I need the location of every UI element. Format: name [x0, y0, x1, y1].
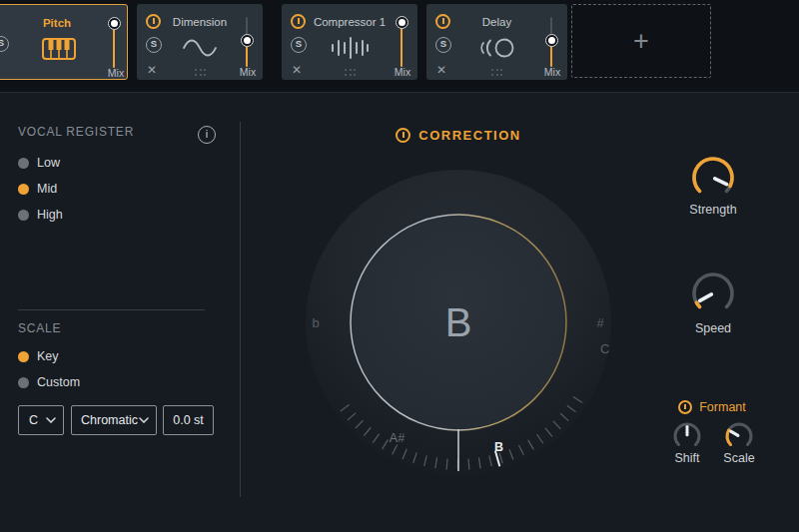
- radio-dot[interactable]: [18, 351, 29, 362]
- mix-label: Mix: [101, 67, 131, 79]
- dial-label-C: C: [600, 340, 609, 355]
- solo-button[interactable]: S: [146, 37, 162, 53]
- radio-high[interactable]: High: [18, 207, 63, 223]
- close-icon[interactable]: ✕: [292, 63, 302, 77]
- speed-knob[interactable]: [690, 270, 736, 320]
- divider: [18, 309, 205, 310]
- strength-label: Strength: [673, 203, 753, 217]
- radio-label: Key: [37, 349, 59, 363]
- drag-handle-icon[interactable]: [489, 68, 504, 77]
- module-chip-dimension[interactable]: Dimension S ✕ Mix: [137, 4, 263, 80]
- solo-button[interactable]: S: [291, 37, 307, 53]
- radio-low[interactable]: Low: [18, 155, 60, 171]
- scale-title: SCALE: [18, 321, 61, 335]
- chevron-down-icon: [46, 417, 63, 423]
- radio-label: Custom: [37, 375, 80, 389]
- dial-label-B: B: [494, 440, 503, 454]
- wave-icon: [182, 38, 218, 58]
- chevron-down-icon: [139, 417, 156, 423]
- radio-dot[interactable]: [18, 210, 29, 221]
- power-icon[interactable]: [678, 400, 692, 414]
- mix-slider[interactable]: [107, 18, 121, 68]
- module-chip-compressor[interactable]: Compressor 1 S ✕ Mix: [282, 4, 417, 80]
- correction-title: CORRECTION: [418, 128, 520, 143]
- key-select[interactable]: C: [18, 405, 64, 435]
- radio-mid[interactable]: Mid: [18, 181, 57, 197]
- mix-slider[interactable]: [395, 17, 408, 67]
- radio-dot[interactable]: [18, 184, 29, 195]
- formant-header: Formant: [652, 400, 772, 414]
- offset-value-box[interactable]: 0.0 st: [163, 405, 214, 435]
- radio-dot[interactable]: [18, 158, 29, 169]
- strength-knob[interactable]: [690, 155, 736, 205]
- radio-label: High: [37, 208, 63, 222]
- dial-label-b: b: [312, 315, 319, 330]
- module-title: Pitch: [25, 17, 89, 29]
- mix-label: Mix: [388, 66, 417, 78]
- radio-label: Mid: [37, 182, 57, 196]
- correction-dial[interactable]: B b#CA#B: [289, 153, 628, 492]
- piano-icon: [42, 38, 76, 60]
- key-select-value: C: [19, 413, 38, 427]
- slider-handle[interactable]: [241, 34, 254, 47]
- drag-handle-icon[interactable]: [343, 68, 358, 77]
- module-chip-delay[interactable]: Delay S ✕ Mix: [426, 4, 567, 80]
- solo-button[interactable]: S: [0, 36, 9, 52]
- formant-title: Formant: [699, 400, 746, 414]
- plus-icon: +: [633, 28, 649, 55]
- radio-key[interactable]: Key: [18, 348, 59, 364]
- formant-scale-label: Scale: [699, 451, 779, 465]
- drag-handle-icon[interactable]: [193, 68, 208, 77]
- add-module-button[interactable]: +: [571, 4, 711, 78]
- solo-button[interactable]: S: [435, 37, 451, 53]
- power-icon[interactable]: [396, 128, 410, 143]
- dial-label-#: #: [596, 315, 603, 330]
- speed-label: Speed: [673, 321, 753, 335]
- info-icon[interactable]: i: [198, 126, 216, 144]
- detected-note: B: [289, 153, 628, 492]
- radio-label: Low: [37, 156, 60, 170]
- offset-value: 0.0 st: [173, 413, 204, 427]
- divider: [240, 122, 241, 497]
- compressor-icon: [330, 36, 370, 60]
- mix-slider[interactable]: [240, 17, 254, 67]
- module-chip-pitch[interactable]: S Pitch Mix: [0, 4, 128, 80]
- dial-label-A#: A#: [390, 431, 404, 445]
- mix-label: Mix: [233, 66, 263, 78]
- radio-dot[interactable]: [18, 377, 29, 388]
- close-icon[interactable]: ✕: [147, 63, 157, 77]
- scale-type-value: Chromatic: [72, 413, 138, 427]
- divider: [0, 92, 799, 93]
- mix-slider[interactable]: [544, 17, 558, 67]
- mix-label: Mix: [537, 66, 567, 78]
- delay-icon: [476, 37, 516, 59]
- correction-header: CORRECTION: [289, 128, 628, 143]
- scale-type-select[interactable]: Chromatic: [71, 405, 157, 435]
- plugin-window: S Pitch Mix Dimension S ✕ Mix Compressor…: [0, 0, 799, 532]
- close-icon[interactable]: ✕: [436, 63, 446, 77]
- vocal-register-title: VOCAL REGISTER: [18, 125, 134, 139]
- radio-custom[interactable]: Custom: [18, 374, 80, 390]
- slider-handle[interactable]: [108, 17, 121, 30]
- slider-handle[interactable]: [396, 16, 408, 29]
- slider-handle[interactable]: [545, 34, 558, 47]
